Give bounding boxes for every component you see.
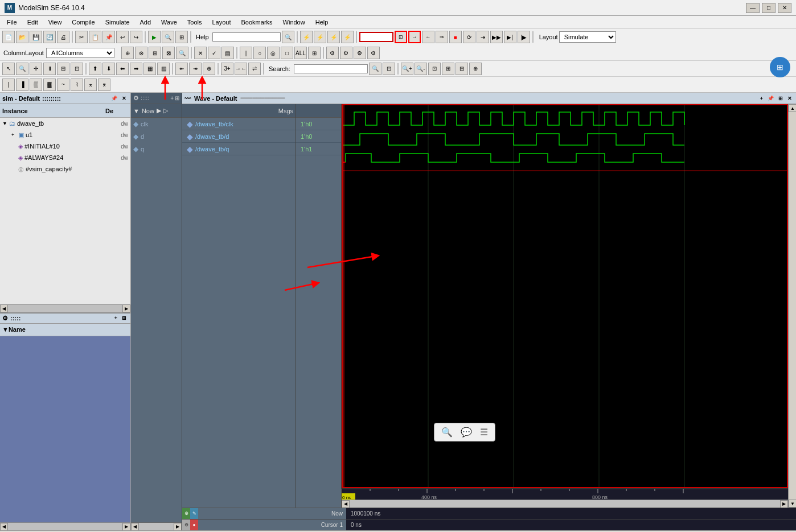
tb-col16-btn[interactable]: ⚙ [340, 47, 352, 59]
tb-col7-btn[interactable]: ✓ [208, 47, 220, 59]
tb-zoom-fit-wave-btn[interactable]: ⊡ [428, 63, 441, 75]
sim-hscroll[interactable]: ◀ ▶ [0, 304, 130, 312]
sim2-dock-btn[interactable]: ⊞ [120, 315, 128, 321]
tooltip-list-icon[interactable]: ☰ [480, 427, 488, 438]
tb-cursor-btn[interactable]: Ⅱ [43, 63, 56, 75]
tree-item-vsim-capacity[interactable]: ◎ #vsim_capacity# [0, 163, 130, 175]
tb-grp-btn[interactable]: ▦ [143, 63, 156, 75]
tb-zoom-fit-btn[interactable]: ⊡ [395, 31, 407, 43]
tb-sim2-btn[interactable]: ⚡ [314, 31, 326, 43]
tb-col5-btn[interactable]: 🔍 [176, 47, 188, 59]
tb-sim3-btn[interactable]: ⚡ [327, 31, 340, 43]
now-pin-btn[interactable]: ⊞ [175, 95, 179, 101]
tb-zoom-full-btn[interactable]: ⊟ [456, 63, 468, 75]
tb-paste-btn[interactable]: 📌 [102, 31, 115, 43]
wave-hscroll[interactable]: ◀ ▶ [342, 500, 788, 508]
tree-item-dwave-tb[interactable]: ▼ 🗂 dwave_tb dw [0, 118, 130, 129]
tb-redo-btn[interactable]: ↪ [130, 31, 142, 43]
menu-simulate[interactable]: Simulate [101, 18, 134, 27]
wave-scroll-left[interactable]: ◀ [342, 500, 350, 508]
tooltip-comment-icon[interactable]: 💬 [461, 427, 472, 438]
tb-arrow-ctr-btn[interactable]: →← [235, 63, 247, 75]
tb-3plus-btn[interactable]: 3+ [221, 63, 233, 75]
tb-marker7-btn[interactable]: ⌅ [84, 79, 97, 91]
tb-marker3-btn[interactable]: ▒ [30, 79, 42, 91]
menu-help[interactable]: Help [311, 18, 333, 27]
sim-scroll-right[interactable]: ▶ [122, 304, 130, 312]
tb-search-wave-btn[interactable]: 🔍 [369, 63, 381, 75]
tb-open-btn[interactable]: 📂 [16, 31, 28, 43]
wave-scroll-down[interactable]: ▼ [789, 500, 796, 508]
tb-marker8-btn[interactable]: ⌆ [98, 79, 110, 91]
tb-marker1-btn[interactable]: | [2, 79, 15, 91]
now-signal-d[interactable]: ◆ d [131, 130, 182, 143]
menu-bookmarks[interactable]: Bookmarks [237, 18, 277, 27]
tb-zoom-out-btn[interactable]: 🔍- [415, 63, 427, 75]
tb-col14-btn[interactable]: ⊞ [308, 47, 321, 59]
sim2-scroll-right[interactable]: ▶ [122, 523, 130, 531]
tb-fwd-btn[interactable]: ⇒ [436, 31, 448, 43]
now-scroll-left[interactable]: ◀ [131, 523, 139, 531]
menu-file[interactable]: File [2, 18, 22, 27]
tb-run2-btn[interactable]: ▶▶ [490, 31, 503, 43]
now-add-btn[interactable]: + [170, 95, 174, 101]
tb-col10-btn[interactable]: ○ [253, 47, 266, 59]
tb-save-btn[interactable]: 💾 [30, 31, 42, 43]
tb-arrow-mid-btn[interactable]: ⇌ [248, 63, 261, 75]
tb-refresh-btn[interactable]: 🔄 [43, 31, 56, 43]
tb-col13-btn[interactable]: ALL [294, 47, 307, 59]
now-hscroll[interactable]: ◀ ▶ [131, 522, 182, 530]
menu-add[interactable]: Add [136, 18, 156, 27]
tooltip-search-icon[interactable]: 🔍 [441, 427, 453, 438]
tree-item-initial10[interactable]: ◈ #INITIAL#10 dw [0, 141, 130, 152]
tb-col1-btn[interactable]: ⊕ [121, 47, 134, 59]
tb-col11-btn[interactable]: ◎ [267, 47, 280, 59]
wave-search-input[interactable] [294, 64, 368, 73]
tb-run-btn[interactable]: ▶ [148, 31, 161, 43]
csdn-button[interactable]: ⊞ [770, 57, 790, 77]
tb-col15-btn[interactable]: ⚙ [326, 47, 339, 59]
wave-add-btn[interactable]: + [758, 95, 765, 102]
tb-cut-btn[interactable]: ✂ [75, 31, 88, 43]
minimize-button[interactable]: — [746, 3, 760, 13]
sim2-hscroll[interactable]: ◀ ▶ [0, 522, 130, 530]
tb-step2-btn[interactable]: ⇥ [477, 31, 489, 43]
tb-ungrp-btn[interactable]: ▧ [157, 63, 170, 75]
waveform-display[interactable]: 🔍 💬 ☰ [342, 104, 788, 488]
tb-wave-left-btn[interactable]: ↞ [175, 63, 188, 75]
menu-wave[interactable]: Wave [157, 18, 182, 27]
tb-zoom-in-btn[interactable]: 🔍+ [401, 63, 413, 75]
sim-scroll-left[interactable]: ◀ [0, 304, 8, 312]
tb-new-btn[interactable]: 📄 [2, 31, 15, 43]
tb-col2-btn[interactable]: ⊗ [135, 47, 147, 59]
signal-row-d[interactable]: ◆ /dwave_tb/d [182, 130, 296, 143]
tb-col8-btn[interactable]: ▤ [221, 47, 234, 59]
close-button[interactable]: ✕ [778, 3, 791, 13]
tb-run3-btn[interactable]: ▶| [504, 31, 516, 43]
tb-sig-up-btn[interactable]: ⬆ [89, 63, 101, 75]
tb-tb1-btn[interactable]: ⊞ [175, 31, 188, 43]
help-search-input[interactable] [212, 32, 281, 42]
tb-stop-btn[interactable]: ■ [449, 31, 462, 43]
menu-compile[interactable]: Compile [67, 18, 99, 27]
tb-wave-right-btn[interactable]: ↠ [189, 63, 202, 75]
layout-select[interactable]: Simulate [559, 31, 616, 43]
window-controls[interactable]: — □ ✕ [746, 3, 791, 13]
sim2-pin-btn[interactable]: + [113, 315, 119, 321]
menu-window[interactable]: Window [278, 18, 310, 27]
tb-run4-btn[interactable]: |▶ [518, 31, 530, 43]
tb-col9-btn[interactable]: | [240, 47, 252, 59]
tb-marker4-btn[interactable]: ▓ [43, 79, 56, 91]
sim-close-btn[interactable]: ✕ [120, 95, 128, 102]
sim2-scroll-left[interactable]: ◀ [0, 523, 8, 531]
menu-view[interactable]: View [44, 18, 67, 27]
now-scroll-right[interactable]: ▶ [174, 523, 182, 531]
expand-icon[interactable]: ▼ [2, 121, 9, 126]
maximize-button[interactable]: □ [762, 3, 776, 13]
tb-marker5-btn[interactable]: ~ [57, 79, 69, 91]
tb-copy-btn[interactable]: 📋 [89, 31, 101, 43]
tb-marker2-btn[interactable]: ▐ [16, 79, 28, 91]
tb-col3-btn[interactable]: ⊞ [149, 47, 161, 59]
tb-back-btn[interactable]: ← [422, 31, 434, 43]
now-signal-clk[interactable]: ◆ clk [131, 118, 182, 130]
